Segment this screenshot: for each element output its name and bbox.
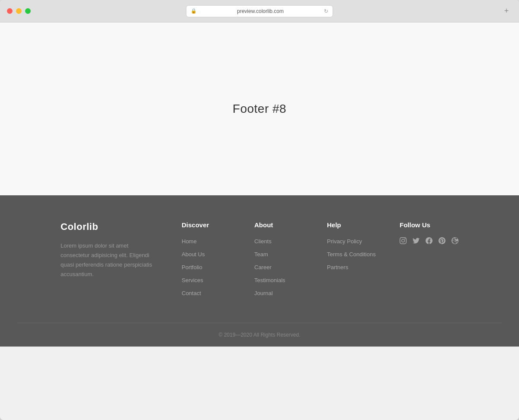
list-item: Terms & Conditions — [327, 250, 382, 258]
list-item: Clients — [254, 237, 310, 245]
footer-bottom: © 2019—2020 All Rights Reserved. — [0, 323, 519, 347]
url-text: preview.colorlib.com — [199, 8, 321, 14]
footer-brand: Colorlib Lorem ipsum dolor sit amet cons… — [61, 221, 156, 297]
list-item: Team — [254, 250, 310, 258]
minimize-button[interactable] — [16, 8, 22, 14]
footer-col-follow: Follow Us — [400, 221, 458, 297]
discover-links: Home About Us Portfolio Services Contact — [182, 237, 237, 297]
footer-main: Colorlib Lorem ipsum dolor sit amet cons… — [43, 221, 476, 323]
refresh-icon[interactable]: ↻ — [324, 8, 328, 14]
help-col-title: Help — [327, 221, 382, 229]
discover-link-contact[interactable]: Contact — [182, 290, 201, 296]
list-item: Home — [182, 237, 237, 245]
list-item: Journal — [254, 289, 310, 297]
discover-link-services[interactable]: Services — [182, 277, 203, 283]
discover-link-about[interactable]: About Us — [182, 251, 205, 258]
brand-name: Colorlib — [61, 221, 156, 232]
page-content-area: Footer #8 — [0, 22, 519, 195]
about-link-journal[interactable]: Journal — [254, 290, 273, 296]
about-link-testimonials[interactable]: Testimonials — [254, 277, 285, 283]
close-button[interactable] — [7, 8, 13, 14]
list-item: Privacy Policy — [327, 237, 382, 245]
maximize-button[interactable] — [25, 8, 31, 14]
list-item: Career — [254, 263, 310, 271]
list-item: Testimonials — [254, 276, 310, 284]
instagram-icon[interactable] — [400, 237, 407, 245]
address-bar[interactable]: 🔒 preview.colorlib.com ↻ — [186, 5, 333, 17]
help-link-privacy[interactable]: Privacy Policy — [327, 238, 362, 245]
footer-col-about: About Clients Team Career Testimonials J… — [254, 221, 310, 297]
brand-description: Lorem ipsum dolor sit amet consectetur a… — [61, 241, 156, 279]
page-title: Footer #8 — [233, 102, 286, 116]
list-item: Portfolio — [182, 263, 237, 271]
dribbble-icon[interactable] — [452, 237, 458, 245]
discover-link-portfolio[interactable]: Portfolio — [182, 264, 202, 270]
list-item: About Us — [182, 250, 237, 258]
browser-titlebar: 🔒 preview.colorlib.com ↻ + — [0, 0, 519, 22]
about-col-title: About — [254, 221, 310, 229]
list-item: Partners — [327, 263, 382, 271]
discover-col-title: Discover — [182, 221, 237, 229]
twitter-icon[interactable] — [413, 237, 420, 245]
about-links: Clients Team Career Testimonials Journal — [254, 237, 310, 297]
footer-columns: Discover Home About Us Portfolio Service… — [182, 221, 458, 297]
about-link-team[interactable]: Team — [254, 251, 268, 258]
follow-col-title: Follow Us — [400, 221, 458, 229]
browser-window-controls — [7, 8, 31, 14]
footer-col-help: Help Privacy Policy Terms & Conditions P… — [327, 221, 382, 297]
discover-link-home[interactable]: Home — [182, 238, 197, 245]
footer-col-discover: Discover Home About Us Portfolio Service… — [182, 221, 237, 297]
footer: Colorlib Lorem ipsum dolor sit amet cons… — [0, 195, 519, 347]
list-item: Services — [182, 276, 237, 284]
new-tab-button[interactable]: + — [501, 6, 512, 17]
list-item: Contact — [182, 289, 237, 297]
about-link-clients[interactable]: Clients — [254, 238, 272, 245]
lock-icon: 🔒 — [191, 8, 197, 14]
help-link-partners[interactable]: Partners — [327, 264, 348, 270]
social-icons-group — [400, 237, 458, 245]
footer-copyright: © 2019—2020 All Rights Reserved. — [9, 332, 510, 338]
help-links: Privacy Policy Terms & Conditions Partne… — [327, 237, 382, 271]
about-link-career[interactable]: Career — [254, 264, 272, 270]
pinterest-icon[interactable] — [439, 237, 445, 245]
help-link-terms[interactable]: Terms & Conditions — [327, 251, 376, 258]
facebook-icon[interactable] — [426, 237, 432, 245]
browser-window: 🔒 preview.colorlib.com ↻ + Footer #8 Col… — [0, 0, 519, 420]
